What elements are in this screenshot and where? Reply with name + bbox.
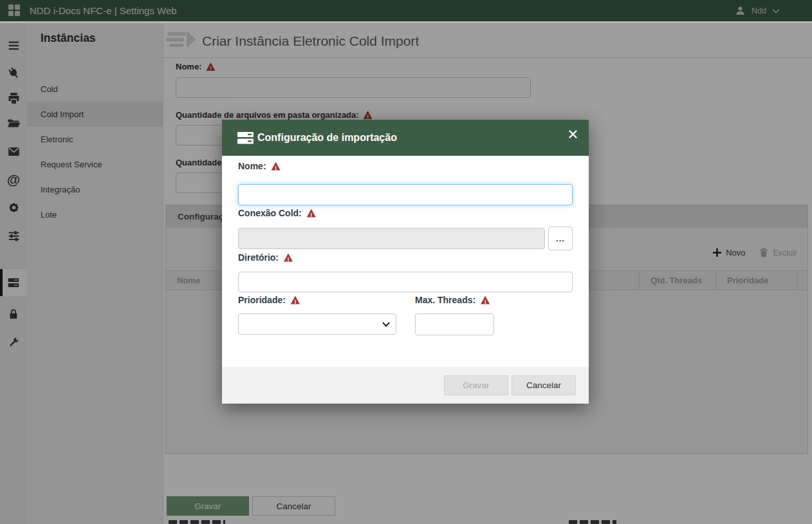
close-icon[interactable] xyxy=(566,127,579,140)
modal-cancelar-button[interactable]: Cancelar xyxy=(512,375,576,395)
warning-icon: ! xyxy=(291,296,300,304)
browse-button[interactable]: ... xyxy=(548,227,573,250)
modal-conexao-input xyxy=(238,228,545,249)
modal-diretorio-input[interactable] xyxy=(238,272,573,292)
modal-gravar-button[interactable]: Gravar xyxy=(444,375,508,395)
warning-icon: ! xyxy=(284,254,293,262)
warning-icon: ! xyxy=(481,296,490,304)
modal-conexao-label: Conexão Cold:! xyxy=(238,208,316,218)
modal-max-threads-input[interactable] xyxy=(415,313,494,335)
screen: NDD i-Docs NFC-e | Settings Web Ndd xyxy=(0,0,812,524)
modal-title: Configuração de importação xyxy=(257,132,397,144)
warning-icon: ! xyxy=(272,162,281,171)
modal-footer: Gravar Cancelar xyxy=(222,367,589,404)
chevron-down-icon xyxy=(382,321,390,328)
modal-prioridade-label: Prioridade:! xyxy=(238,295,300,305)
modal-diretorio-label: Diretório:! xyxy=(238,252,293,263)
modal-nome-label: Nome:! xyxy=(238,161,281,171)
topbar-bottom-edge xyxy=(0,21,812,23)
instances-icon xyxy=(237,130,254,146)
modal-max-threads-label: Max. Threads:! xyxy=(415,295,490,305)
modal-header: Configuração de importação xyxy=(222,120,589,156)
warning-icon: ! xyxy=(307,209,316,218)
modal-prioridade-select[interactable] xyxy=(238,313,396,335)
import-config-modal: Configuração de importação Nome:! Conexã… xyxy=(222,120,589,404)
modal-nome-input[interactable] xyxy=(238,184,573,205)
